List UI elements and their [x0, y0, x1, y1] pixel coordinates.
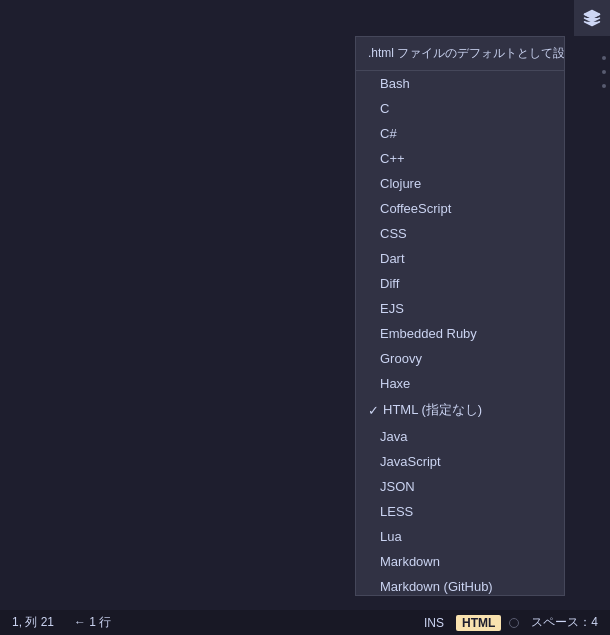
language-option-label: JavaScript: [380, 454, 441, 469]
cursor-position: 1, 列 21: [8, 614, 58, 631]
language-option[interactable]: Lua: [356, 524, 564, 549]
language-option[interactable]: C#: [356, 121, 564, 146]
language-option[interactable]: Java: [356, 424, 564, 449]
language-option[interactable]: CoffeeScript: [356, 196, 564, 221]
language-option-label: C++: [380, 151, 405, 166]
language-option[interactable]: Embedded Ruby: [356, 321, 564, 346]
language-option[interactable]: Groovy: [356, 346, 564, 371]
language-option-label: Java: [380, 429, 407, 444]
language-option[interactable]: C: [356, 96, 564, 121]
layers-icon: [583, 9, 601, 27]
language-option-label: LESS: [380, 504, 413, 519]
language-option[interactable]: LESS: [356, 499, 564, 524]
dropdown-header: .html ファイルのデフォルトとして設定: [356, 37, 564, 71]
language-option[interactable]: Haxe: [356, 371, 564, 396]
language-option[interactable]: JSON: [356, 474, 564, 499]
language-option-label: Markdown (GitHub): [380, 579, 493, 594]
language-option-label: Haxe: [380, 376, 410, 391]
language-option[interactable]: EJS: [356, 296, 564, 321]
dot: [602, 84, 606, 88]
dot: [602, 70, 606, 74]
language-option-label: C#: [380, 126, 397, 141]
language-option[interactable]: C++: [356, 146, 564, 171]
language-option-label: HTML (指定なし): [383, 401, 482, 419]
status-bar: 1, 列 21 ← 1 行 INS HTML スペース：4: [0, 610, 610, 635]
language-mode-badge[interactable]: HTML: [456, 615, 501, 631]
language-option-label: JSON: [380, 479, 415, 494]
language-option[interactable]: CSS: [356, 221, 564, 246]
language-option-label: Clojure: [380, 176, 421, 191]
right-gutter-dots: [598, 50, 610, 94]
language-option-label: CSS: [380, 226, 407, 241]
language-option[interactable]: Dart: [356, 246, 564, 271]
language-dropdown[interactable]: .html ファイルのデフォルトとして設定 BashCC#C++ClojureC…: [355, 36, 565, 596]
layers-icon-button[interactable]: [574, 0, 610, 36]
language-option-label: Embedded Ruby: [380, 326, 477, 341]
language-option-label: Groovy: [380, 351, 422, 366]
language-option[interactable]: Clojure: [356, 171, 564, 196]
language-option-label: CoffeeScript: [380, 201, 451, 216]
checkmark-icon: ✓: [368, 403, 379, 418]
language-option-label: Dart: [380, 251, 405, 266]
line-count: ← 1 行: [70, 614, 115, 631]
language-option[interactable]: Diff: [356, 271, 564, 296]
language-option[interactable]: Markdown (GitHub): [356, 574, 564, 596]
language-option-label: EJS: [380, 301, 404, 316]
editor-area: .html ファイルのデフォルトとして設定 BashCC#C++ClojureC…: [0, 0, 610, 600]
language-option-label: Bash: [380, 76, 410, 91]
language-option[interactable]: ✓HTML (指定なし): [356, 396, 564, 424]
language-option-label: Lua: [380, 529, 402, 544]
language-option-label: C: [380, 101, 389, 116]
language-option[interactable]: JavaScript: [356, 449, 564, 474]
status-circle-icon: [509, 618, 519, 628]
language-list: BashCC#C++ClojureCoffeeScriptCSSDartDiff…: [356, 71, 564, 596]
status-right: INS HTML スペース：4: [420, 614, 602, 631]
language-option-label: Markdown: [380, 554, 440, 569]
status-left: 1, 列 21 ← 1 行: [8, 614, 115, 631]
language-option[interactable]: Bash: [356, 71, 564, 96]
dot: [602, 56, 606, 60]
language-option-label: Diff: [380, 276, 399, 291]
language-option[interactable]: Markdown: [356, 549, 564, 574]
ins-mode: INS: [420, 616, 448, 630]
indent-setting: スペース：4: [527, 614, 602, 631]
